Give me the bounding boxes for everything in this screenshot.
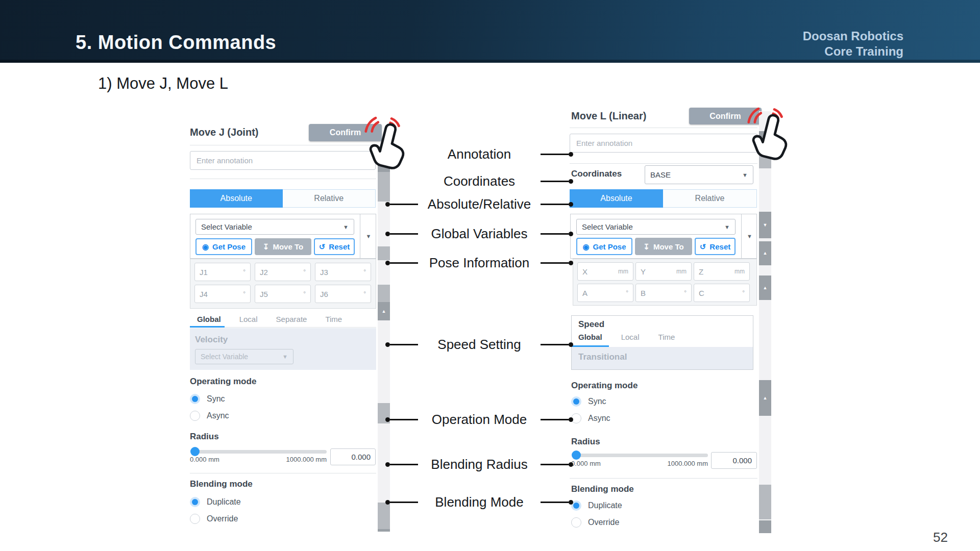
movej-j2-unit: ° (303, 268, 306, 276)
movel-override-option[interactable]: Override (571, 517, 619, 528)
movel-z-label: Z (699, 267, 703, 276)
movej-radius-value-input[interactable]: 0.000 (330, 448, 376, 465)
movej-j3-field[interactable]: J3° (315, 263, 371, 281)
movel-speed-tab-time[interactable]: Time (658, 333, 675, 341)
movej-sync-option[interactable]: Sync (190, 394, 225, 404)
movel-duplicate-option[interactable]: Duplicate (571, 500, 622, 511)
movel-z-field[interactable]: Zmm (694, 262, 750, 281)
movej-radius-label: Radius (190, 432, 219, 442)
movej-get-pose-button[interactable]: ◉ Get Pose (195, 238, 252, 255)
movej-duplicate-option[interactable]: Duplicate (190, 497, 241, 507)
movel-tab-absolute[interactable]: Absolute (570, 189, 663, 208)
movel-move-to-button[interactable]: ↧ Move To (635, 238, 692, 255)
movej-j5-field[interactable]: J5° (255, 285, 311, 303)
radio-unselected-icon[interactable] (190, 411, 200, 421)
movej-confirm-button[interactable]: Confirm (309, 124, 382, 141)
movej-duplicate-label: Duplicate (207, 497, 241, 507)
movej-j4-label: J4 (200, 290, 208, 298)
movel-duplicate-label: Duplicate (588, 501, 622, 510)
callout-line (541, 417, 573, 422)
movel-pose-expander[interactable]: ▼ (741, 214, 757, 258)
movej-variable-select[interactable]: Select Variable ▼ (195, 219, 354, 235)
movel-variable-select[interactable]: Select Variable ▼ (576, 219, 736, 235)
movej-j2-field[interactable]: J2° (255, 263, 311, 281)
header-band: 5. Motion Commands Doosan Robotics Core … (0, 0, 980, 63)
movel-speed-tab-local[interactable]: Local (621, 333, 640, 341)
movej-velocity-select[interactable]: Select Variable ▼ (195, 349, 293, 364)
callout-absolute-relative: Absolute/Relative (385, 196, 573, 212)
movel-a-field[interactable]: A° (577, 284, 633, 302)
movel-radius-slider[interactable] (572, 454, 708, 457)
movel-speed-tab-global[interactable]: Global (578, 333, 602, 341)
movel-annotation-input[interactable] (570, 134, 757, 153)
movel-async-option[interactable]: Async (571, 413, 610, 423)
movej-radius-slider[interactable] (191, 450, 327, 454)
reset-icon: ↺ (319, 243, 326, 251)
scrollbar-thumb[interactable] (759, 149, 771, 168)
movel-radius-value-input[interactable]: 0.000 (711, 452, 757, 469)
chevron-down-icon: ▼ (747, 233, 752, 239)
movel-confirm-button[interactable]: Confirm (689, 108, 762, 124)
movel-reset-label: Reset (709, 242, 730, 251)
callout-dot (569, 500, 573, 505)
movel-b-field[interactable]: B° (635, 284, 692, 302)
movel-x-field[interactable]: Xmm (577, 262, 633, 281)
scrollbar-thumb[interactable]: ▲ (759, 241, 771, 265)
movel-get-pose-button[interactable]: ◉ Get Pose (576, 238, 632, 255)
scroll-up-icon: ▲ (382, 309, 386, 314)
radio-selected-icon[interactable] (190, 394, 200, 404)
scrollbar-thumb[interactable] (759, 520, 771, 533)
movej-speed-tab-separate[interactable]: Separate (276, 315, 307, 323)
movej-speed-tab-local[interactable]: Local (239, 315, 258, 323)
movej-velocity-panel: Velocity Select Variable ▼ (190, 328, 376, 370)
movel-sync-option[interactable]: Sync (571, 396, 606, 407)
get-pose-icon: ◉ (582, 243, 589, 251)
movel-y-field[interactable]: Ymm (635, 262, 692, 281)
scrollbar-thumb[interactable]: ▲ (759, 380, 771, 416)
movej-reset-button[interactable]: ↺ Reset (314, 238, 355, 255)
movej-annotation-input[interactable] (190, 151, 376, 170)
scrollbar-thumb[interactable] (759, 485, 771, 519)
scrollbar-thumb[interactable]: ▲ (759, 276, 771, 300)
movej-pose-expander[interactable]: ▼ (360, 214, 377, 258)
movel-coordinates-select[interactable]: BASE ▼ (645, 165, 753, 184)
movej-variable-group: Select Variable ▼ ▼ ◉ Get Pose ↧ Move To… (190, 214, 376, 259)
movel-blending-mode-label: Blending mode (571, 484, 634, 494)
radio-unselected-icon[interactable] (571, 517, 581, 528)
movel-c-field[interactable]: C° (694, 284, 750, 302)
movej-radius-slider-thumb[interactable] (190, 447, 200, 456)
movel-operating-mode-label: Operating mode (571, 381, 638, 391)
brand-line1: Doosan Robotics (725, 29, 903, 44)
movej-async-option[interactable]: Async (190, 411, 229, 421)
radio-selected-icon[interactable] (571, 396, 581, 407)
scrollbar-thumb[interactable]: ▲ (759, 131, 771, 149)
chevron-down-icon: ▼ (343, 224, 349, 230)
movel-c-label: C (699, 289, 704, 297)
callout-line (541, 500, 573, 505)
movel-reset-button[interactable]: ↺ Reset (695, 238, 736, 255)
callout-dot (569, 152, 573, 157)
movej-j2-label: J2 (260, 268, 268, 277)
radio-selected-icon[interactable] (190, 497, 200, 507)
movej-override-option[interactable]: Override (190, 514, 238, 524)
movej-tab-absolute[interactable]: Absolute (190, 189, 283, 208)
movej-move-to-button[interactable]: ↧ Move To (255, 238, 311, 255)
radio-unselected-icon[interactable] (190, 514, 200, 524)
movej-j1-field[interactable]: J1° (194, 263, 251, 281)
movej-j6-field[interactable]: J6° (315, 285, 371, 303)
callout-line (385, 232, 418, 236)
movej-j4-field[interactable]: J4° (194, 285, 251, 303)
callout-label: Coordinates (418, 173, 541, 189)
scrollbar-thumb[interactable]: ▲ (378, 302, 390, 320)
scrollbar-thumb[interactable] (378, 285, 390, 302)
movej-speed-tab-time[interactable]: Time (325, 315, 342, 323)
movej-variable-select-value: Select Variable (201, 222, 252, 231)
scroll-down-icon: ▼ (763, 223, 768, 228)
scrollbar-thumb[interactable] (378, 529, 390, 532)
brand-line2: Core Training (725, 44, 903, 59)
movej-tab-relative[interactable]: Relative (283, 189, 376, 208)
movel-tab-relative[interactable]: Relative (663, 189, 757, 208)
movel-scrollbar[interactable]: ▲ ▼ ▲ ▲ ▲ (759, 111, 771, 533)
movej-speed-tab-global[interactable]: Global (197, 315, 221, 323)
scrollbar-thumb[interactable]: ▼ (759, 212, 771, 238)
